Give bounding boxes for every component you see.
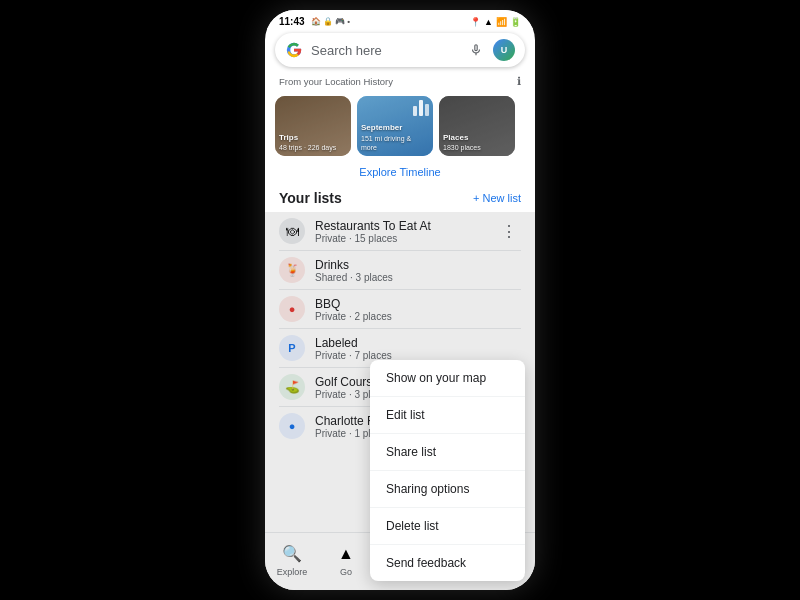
context-menu: Show on your map Edit list Share list Sh… [370, 360, 525, 581]
trips-card[interactable]: Trips 48 trips · 226 days [275, 96, 351, 156]
your-lists-header: Your lists + New list [265, 186, 535, 212]
wifi-icon: ▲ [484, 17, 493, 27]
context-menu-show-on-map[interactable]: Show on your map [370, 360, 525, 397]
new-list-button[interactable]: + New list [473, 192, 521, 204]
notification-icons: 🏠 🔒 🎮 • [311, 17, 350, 26]
mic-icon[interactable] [465, 39, 487, 61]
september-card[interactable]: September 151 mi driving & more [357, 96, 433, 156]
context-menu-share-list[interactable]: Share list [370, 434, 525, 471]
places-card[interactable]: Places 1830 places [439, 96, 515, 156]
explore-timeline-link[interactable]: Explore Timeline [265, 162, 535, 186]
context-menu-edit-list[interactable]: Edit list [370, 397, 525, 434]
system-icons: 📍 ▲ 📶 🔋 [470, 17, 521, 27]
location-icon: 📍 [470, 17, 481, 27]
timeline-cards: Trips 48 trips · 226 days September 151 [265, 90, 535, 162]
context-menu-sharing-options[interactable]: Sharing options [370, 471, 525, 508]
your-lists-title: Your lists [279, 190, 342, 206]
google-logo [285, 41, 303, 59]
search-bar[interactable]: Search here U [275, 33, 525, 67]
context-menu-delete-list[interactable]: Delete list [370, 508, 525, 545]
location-history-bar: From your Location History ℹ [265, 73, 535, 90]
status-time: 11:43 🏠 🔒 🎮 • [279, 16, 350, 27]
avatar[interactable]: U [493, 39, 515, 61]
info-icon: ℹ [517, 75, 521, 88]
search-input[interactable]: Search here [311, 43, 457, 58]
location-history-label: From your Location History [279, 76, 393, 87]
content-area: 🍽 Restaurants To Eat At Private · 15 pla… [265, 212, 535, 590]
status-bar: 11:43 🏠 🔒 🎮 • 📍 ▲ 📶 🔋 [265, 10, 535, 29]
battery-icon: 🔋 [510, 17, 521, 27]
signal-icon: 📶 [496, 17, 507, 27]
context-menu-send-feedback[interactable]: Send feedback [370, 545, 525, 581]
time-display: 11:43 [279, 16, 305, 27]
